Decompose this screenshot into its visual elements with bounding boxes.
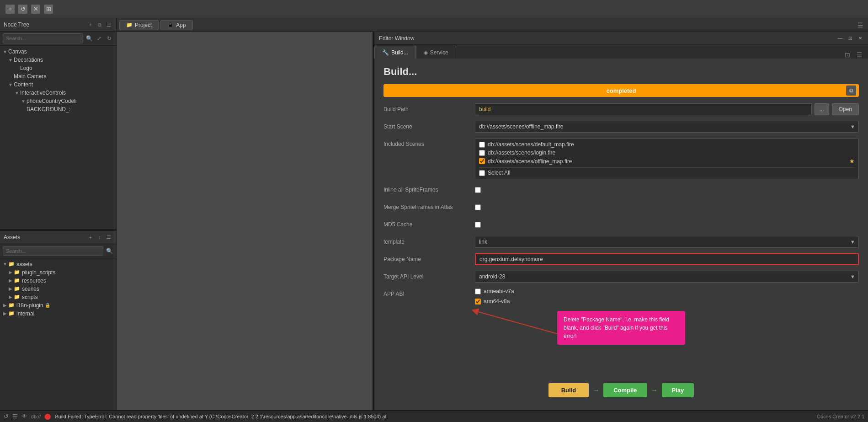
right-area: 📁 Project 📱 App ☰ Editor Window — [117, 18, 868, 410]
abi-arm64-label: arm64-v8a [484, 298, 510, 304]
close-icon[interactable]: ✕ [31, 5, 40, 14]
search-icon[interactable]: 🔍 [85, 34, 93, 43]
assets-item-internal[interactable]: ▶ 📁 internal [0, 310, 116, 318]
build-button[interactable]: Build [548, 383, 589, 397]
abi-arm64-row: arm64-v8a [475, 298, 510, 304]
status-version: Cocos Creator v2.2.1 [817, 414, 864, 419]
build-path-open-button[interactable]: Open [832, 103, 859, 115]
assets-search-input[interactable] [3, 246, 103, 256]
scene-checkbox-offline[interactable] [479, 158, 485, 164]
build-to-compile-arrow: → [592, 386, 600, 395]
toolbar-icons: + ↺ ✕ ⊞ [0, 5, 59, 14]
tree-item-main-camera[interactable]: Main Camera [0, 72, 116, 80]
merge-sprites-checkbox[interactable] [475, 204, 481, 210]
grid-icon[interactable]: ⊞ [44, 5, 53, 14]
status-list-icon[interactable]: ☰ [12, 413, 18, 420]
abi-armeabi-row: armeabi-v7a [475, 288, 514, 294]
assets-item-assets[interactable]: ▼ 📁 assets [0, 260, 116, 268]
build-path-dots-button[interactable]: ... [815, 103, 829, 115]
compile-button[interactable]: Compile [603, 383, 647, 397]
play-button[interactable]: Play [662, 383, 694, 397]
refresh-icon[interactable]: ↺ [18, 5, 27, 14]
assets-item-resources[interactable]: ▶ 📁 resources [0, 277, 116, 285]
abi-armeabi-checkbox[interactable] [475, 288, 481, 294]
folder-blue-icon: 📁 [14, 278, 20, 283]
editor-maximize-icon[interactable]: ⊡ [847, 35, 853, 42]
target-api-select[interactable]: android-28 [475, 271, 859, 283]
tree-item-content[interactable]: ▼ Content [0, 80, 116, 89]
assets-panel: Assets + ↕ ☰ 🔍 ▼ 📁 assets ▶ [0, 231, 116, 411]
lock-icon: 🔒 [45, 303, 50, 308]
plugin-icon-2: 📁 [8, 310, 15, 316]
tree-item-background[interactable]: BACKGROUND_: [0, 105, 116, 113]
app-abi-value: armeabi-v7a arm64-v8a [475, 288, 859, 306]
status-refresh-icon[interactable]: ↺ [4, 413, 9, 420]
scene-label-offline: db://assets/scenes/offline_map.fire [488, 158, 572, 165]
assets-item-i18n-plugin[interactable]: ▶ 📁 i18n-plugin 🔒 [0, 301, 116, 310]
assets-sort-icon[interactable]: ↕ [96, 234, 103, 241]
build-path-label: Build Path [383, 103, 475, 112]
db-path: db:// [31, 414, 41, 419]
status-error-text: Build Failed: TypeError: Cannot read pro… [55, 414, 813, 419]
editor-minimize-icon[interactable]: — [837, 35, 843, 42]
top-right-separator: ☰ [856, 21, 865, 29]
scene-row-login: db://assets/scenes/login.fire [479, 150, 855, 156]
app-icon: 📱 [167, 22, 174, 28]
scene-checkbox-login[interactable] [479, 150, 485, 156]
included-scenes-value: db://assets/scenes/default_map.fire db:/… [475, 138, 859, 179]
abi-arm64-checkbox[interactable] [475, 299, 481, 304]
assets-item-plugin-scripts[interactable]: ▶ 📁 plugin_scripts [0, 268, 116, 277]
tab-icons: ⊡ ☰ [839, 51, 868, 59]
tree-item-logo[interactable]: Logo [0, 64, 116, 72]
tab-service[interactable]: ◈ Service [416, 46, 456, 59]
inline-sprites-checkbox[interactable] [475, 187, 481, 193]
select-all-checkbox[interactable] [479, 170, 485, 176]
annotation-area: Delete "Package Name", i.e. make this fi… [383, 311, 859, 375]
progress-copy-icon[interactable]: ⧉ [846, 85, 856, 96]
build-panel-wrapper: Editor Window — ⊡ ✕ 🔧 Build... ◈ Service [374, 32, 868, 410]
assets-menu-icon[interactable]: ☰ [105, 234, 112, 241]
select-all-row: Select All [479, 167, 855, 176]
annotation-bubble: Delete "Package Name", i.e. make this fi… [557, 311, 685, 345]
build-path-input[interactable] [475, 103, 812, 115]
start-scene-select[interactable]: db://assets/scenes/offline_map.fire [475, 121, 859, 133]
editor-close-icon[interactable]: ✕ [857, 35, 863, 42]
project-button[interactable]: 📁 Project [119, 20, 159, 30]
top-right-menu-icon[interactable]: ☰ [857, 21, 863, 29]
folder-blue-icon: 📁 [14, 269, 20, 275]
plugin-icon: 📁 [8, 302, 15, 308]
tree-item-canvas[interactable]: ▼ Canvas [0, 48, 116, 56]
abi-armeabi-label: armeabi-v7a [484, 288, 514, 294]
node-tree-search-input[interactable] [3, 33, 83, 43]
package-name-input[interactable] [475, 253, 859, 265]
template-select[interactable]: link [475, 236, 859, 248]
target-api-row: Target API Level android-28 ▼ [383, 271, 859, 283]
scene-checkbox-default[interactable] [479, 142, 485, 148]
assets-search-icon[interactable]: 🔍 [105, 247, 113, 255]
rotate-icon[interactable]: ↻ [105, 34, 113, 43]
md5-checkbox[interactable] [475, 222, 481, 228]
expand-icon[interactable]: ⤢ [95, 34, 103, 43]
status-eye-icon[interactable]: 👁 [21, 413, 27, 420]
node-tree-copy-icon[interactable]: ⧉ [96, 21, 103, 28]
app-button[interactable]: 📱 App [160, 20, 192, 30]
node-tree-menu-icon[interactable]: ☰ [105, 21, 112, 28]
tree-item-decorations[interactable]: ▼ Decorations [0, 56, 116, 64]
tab-menu-icon[interactable]: ☰ [857, 51, 863, 59]
project-icon: 📁 [126, 22, 133, 28]
assets-item-scenes[interactable]: ▶ 📁 scenes [0, 285, 116, 293]
assets-add-icon[interactable]: + [87, 234, 94, 241]
tab-window-icon[interactable]: ⊡ [845, 51, 850, 59]
progress-bar: completed ⧉ [383, 84, 859, 97]
node-tree-add-icon[interactable]: + [87, 21, 94, 28]
package-name-value [475, 253, 859, 265]
assets-item-scripts[interactable]: ▶ 📁 scripts [0, 293, 116, 301]
tab-build[interactable]: 🔧 Build... [374, 46, 416, 59]
add-icon[interactable]: + [5, 5, 15, 14]
template-dropdown-wrap: link ▼ [475, 236, 859, 248]
tree-item-phone-country-code[interactable]: ▼ phoneCountryCodeli [0, 97, 116, 105]
start-scene-label: Start Scene [383, 121, 475, 130]
tree-item-interactive-controls[interactable]: ▼ InteractiveControls [0, 89, 116, 97]
progress-text: completed [606, 87, 636, 94]
app-label: App [176, 22, 186, 28]
